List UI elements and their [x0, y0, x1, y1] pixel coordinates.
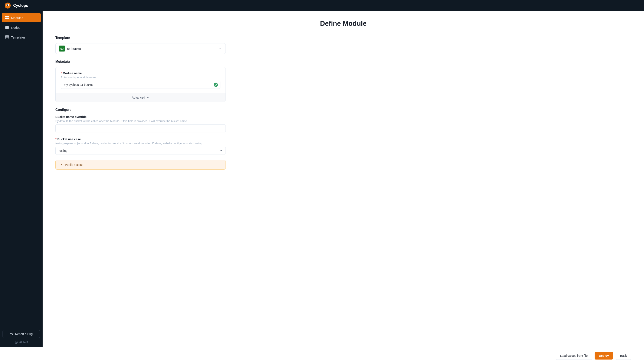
bucket-name-input[interactable]	[55, 124, 226, 132]
svg-point-13	[11, 333, 13, 335]
use-case-required-star: *	[55, 138, 57, 141]
bucket-use-case-label-text: Bucket use case	[57, 138, 81, 141]
bucket-use-case-select[interactable]: testing	[55, 147, 226, 155]
svg-point-2	[7, 4, 8, 6]
advanced-label: Advanced	[132, 96, 145, 99]
sidebar-bottom: Report a Bug v0.14.3	[0, 326, 43, 347]
required-star: *	[61, 72, 62, 75]
module-name-hint: Enter a unique module name	[61, 76, 220, 79]
cyclops-logo-icon	[4, 2, 11, 9]
module-name-input[interactable]	[61, 81, 220, 89]
template-section-label: Template	[55, 36, 70, 40]
sidebar-item-templates[interactable]: Templates	[2, 33, 41, 42]
public-access-toggle[interactable]: Public access	[55, 160, 226, 170]
svg-rect-9	[5, 28, 9, 29]
sidebar-item-nodes-label: Nodes	[11, 26, 20, 30]
bucket-use-case-value: testing	[59, 149, 67, 152]
svg-rect-5	[5, 18, 7, 19]
input-valid-icon	[214, 82, 218, 87]
load-values-button[interactable]: Load values from file	[556, 352, 592, 360]
report-bug-label: Report a Bug	[15, 332, 33, 336]
sidebar-item-nodes[interactable]: Nodes	[2, 23, 41, 32]
chevron-right-icon	[60, 163, 63, 166]
configure-divider-line	[74, 110, 631, 110]
svg-rect-3	[5, 16, 7, 18]
metadata-section-label: Metadata	[55, 60, 70, 64]
template-section-header: Template	[55, 36, 631, 40]
svg-point-19	[15, 341, 18, 344]
top-bar: Cyclops	[0, 0, 644, 11]
svg-rect-8	[5, 27, 9, 28]
version-display: v0.14.3	[15, 340, 28, 344]
metadata-divider-line	[73, 62, 631, 62]
advanced-toggle[interactable]: Advanced	[56, 93, 226, 102]
bucket-name-desc: By default, the bucket will be called af…	[55, 120, 226, 122]
sidebar-item-modules-label: Modules	[11, 16, 23, 20]
configure-section: Bucket name override By default, the buc…	[55, 115, 226, 170]
deploy-label: Deploy	[599, 354, 609, 358]
svg-rect-4	[7, 16, 9, 18]
logo-area: Cyclops	[4, 2, 28, 9]
sidebar: Modules Nodes Templates	[0, 11, 43, 347]
template-icon-text: S3	[60, 47, 64, 50]
metadata-section-header: Metadata	[55, 60, 631, 64]
template-selected-value: s3-bucket	[67, 47, 81, 50]
sidebar-item-modules[interactable]: Modules	[2, 13, 41, 22]
configure-section-label: Configure	[55, 108, 72, 112]
back-button[interactable]: Back	[616, 352, 631, 360]
bottom-actions: Load values from file Deploy Back	[0, 347, 644, 364]
metadata-box: * Module name Enter a unique module name…	[55, 67, 226, 102]
template-select-dropdown[interactable]: S3 s3-bucket	[55, 43, 226, 54]
bucket-use-case-label: * Bucket use case	[55, 138, 226, 141]
bucket-use-case-desc: testing expires objects after 3 days; pr…	[55, 142, 226, 145]
module-name-label: * Module name	[61, 72, 220, 75]
svg-rect-6	[7, 18, 9, 19]
svg-rect-7	[5, 26, 9, 26]
app-name: Cyclops	[13, 4, 28, 8]
github-icon	[15, 341, 18, 344]
svg-line-18	[13, 334, 13, 335]
template-icon-box: S3	[59, 46, 65, 52]
advanced-chevron-icon	[146, 96, 149, 99]
nodes-icon	[5, 26, 9, 30]
chevron-down-icon	[219, 47, 222, 50]
templates-icon	[5, 35, 9, 39]
module-name-input-wrapper	[61, 81, 220, 89]
app-body: Modules Nodes Templates	[0, 11, 644, 347]
template-select-left: S3 s3-bucket	[59, 46, 81, 52]
svg-line-16	[13, 333, 13, 334]
svg-rect-10	[5, 36, 9, 39]
configure-section-header: Configure	[55, 108, 631, 112]
modules-icon	[5, 16, 9, 20]
bucket-name-field-group: Bucket name override By default, the buc…	[55, 115, 226, 132]
bucket-use-case-field-group: * Bucket use case testing expires object…	[55, 138, 226, 155]
svg-line-15	[10, 333, 11, 334]
use-case-chevron-icon	[219, 149, 223, 152]
load-values-label: Load values from file	[560, 354, 587, 358]
module-name-label-text: Module name	[63, 72, 82, 75]
public-access-label: Public access	[65, 163, 83, 166]
svg-line-17	[10, 334, 11, 335]
main-content: Define Module Template S3 s3-bucket Meta…	[43, 11, 644, 347]
svg-point-20	[16, 342, 17, 343]
report-bug-button[interactable]: Report a Bug	[3, 330, 40, 338]
bucket-name-label: Bucket name override	[55, 115, 226, 118]
version-text: v0.14.3	[19, 340, 28, 344]
metadata-inner: * Module name Enter a unique module name	[56, 67, 226, 93]
bug-icon	[10, 332, 14, 336]
back-label: Back	[620, 354, 627, 358]
page-title: Define Module	[55, 20, 631, 28]
sidebar-item-templates-label: Templates	[11, 36, 26, 39]
deploy-button[interactable]: Deploy	[594, 352, 613, 360]
